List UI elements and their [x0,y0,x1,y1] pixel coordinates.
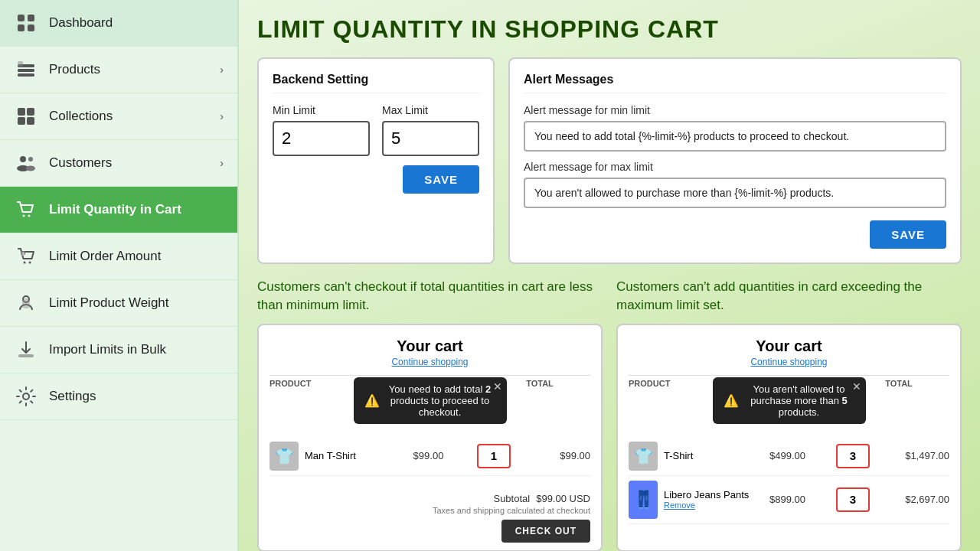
backend-card-title: Backend Setting [273,73,479,93]
svg-rect-11 [27,117,34,125]
demo-left-tax-text: Taxes and shipping calculated at checkou… [433,506,590,515]
alert-messages-card: Alert Messages Alert message for min lim… [508,57,962,264]
demo-right-price-2: $899.00 [756,494,818,505]
svg-rect-1 [28,15,34,21]
svg-rect-9 [27,108,34,116]
svg-rect-8 [18,108,25,116]
sidebar: Dashboard Products › Collections › [0,0,239,551]
demo-right-product-cell-2: 👖 Libero Jeans Pants Remove [629,481,753,519]
demo-right-product-name-1: T-Shirt [664,450,693,461]
order-icon: $ [14,244,38,269]
demo-left-tax-row: Taxes and shipping calculated at checkou… [270,506,590,520]
demo-right-alert-text: You aren't allowed to purchase more than… [743,383,855,418]
collections-icon [14,104,38,129]
demo-left-subtotal-value: $99.00 USD [536,493,590,504]
demo-right-product-info-2: Libero Jeans Pants Remove [664,489,749,510]
max-alert-label: Alert message for max limit [524,161,946,173]
customers-icon [14,151,38,175]
demo-left-alert-text: You need to add total 2 products to proc… [384,383,496,418]
max-limit-label: Max Limit [382,104,479,116]
demo-left-continue[interactable]: Continue shopping [270,357,590,367]
demo-right-price-1: $499.00 [756,450,818,461]
backend-setting-card: Backend Setting Min Limit Max Limit SAVE [257,57,495,264]
svg-rect-10 [18,117,25,125]
min-alert-input[interactable] [524,121,946,152]
svg-rect-3 [28,24,34,31]
demo-left-col-total: TOTAL [526,379,590,388]
sidebar-label-collections: Collections [49,109,209,124]
svg-point-16 [23,215,25,217]
chevron-right-icon-2: › [220,110,224,122]
sidebar-item-import-limits-bulk[interactable]: Import Limits in Bulk [0,327,237,373]
demo-right-card: Your cart Continue shopping PRODUCT PRIC… [616,324,962,551]
min-limit-input[interactable] [273,121,370,156]
alert-save-button[interactable]: SAVE [870,220,946,249]
demo-left-price: $99.00 [397,450,459,461]
import-icon [14,337,38,362]
sidebar-label-customers: Customers [49,155,209,171]
svg-rect-24 [18,354,34,357]
demo-right-total-2: $2,697.00 [887,494,949,505]
demo-right-remove-link[interactable]: Remove [664,500,749,510]
demo-previews-row: Your cart Continue shopping PRODUCT PRIC… [257,324,962,551]
sidebar-item-products[interactable]: Products › [0,47,237,93]
products-icon [14,57,38,82]
demo-left-subtotal-row: Subtotal $99.00 USD [270,488,590,506]
demo-left-subtotal-section: Subtotal $99.00 USD Taxes and shipping c… [270,488,590,520]
demo-left-subtotal-label: Subtotal [493,493,530,504]
demo-right-product-row-2: 👖 Libero Jeans Pants Remove $899.00 3 $2… [629,476,949,524]
dashboard-icon [14,11,38,35]
demo-left-total: $99.00 [528,450,590,461]
demo-right-product-cell-1: 👕 T-Shirt [629,442,753,471]
desc-right: Customers can't add quantities in card e… [616,278,962,315]
sidebar-item-settings[interactable]: Settings [0,373,237,420]
sidebar-label-limit-quantity-cart: Limit Quantity in Cart [49,202,224,217]
svg-point-25 [23,393,29,399]
sidebar-label-limit-order-amount: Limit Order Amount [49,249,224,264]
chevron-right-icon: › [220,64,224,76]
sidebar-item-limit-order-amount[interactable]: $ Limit Order Amount [0,233,237,280]
demo-left-alert-close[interactable]: ✕ [493,380,502,393]
sidebar-item-customers[interactable]: Customers › [0,140,237,187]
demo-right-alert: ⚠️ You aren't allowed to purchase more t… [713,377,866,424]
svg-point-13 [28,157,33,161]
sidebar-item-collections[interactable]: Collections › [0,93,237,140]
demo-left-card: Your cart Continue shopping PRODUCT PRIC… [257,324,603,551]
svg-rect-7 [18,61,23,67]
svg-point-18 [24,262,26,264]
demo-right-cart-title: Your cart [629,337,949,355]
svg-rect-23 [22,298,30,308]
sidebar-item-dashboard[interactable]: Dashboard [0,0,237,47]
max-limit-input[interactable] [382,121,479,156]
max-alert-input[interactable] [524,178,946,208]
demo-left-checkout-button[interactable]: CHECK OUT [501,520,590,543]
page-title: LIMIT QUANTITY IN SHOPPING CART [257,15,962,44]
demo-left-alert: ⚠️ You need to add total 2 products to p… [354,377,507,424]
weight-icon [14,291,38,315]
demo-left-product-row: 👕 Man T-Shirt $99.00 1 $99.00 [270,437,590,476]
svg-rect-0 [18,15,24,21]
demo-right-qty-1: 3 [836,444,870,468]
backend-save-button[interactable]: SAVE [403,165,479,194]
demo-right-product-name-2: Libero Jeans Pants [664,489,749,500]
demo-right-total-1: $1,497.00 [887,450,949,461]
warning-icon-right: ⚠️ [724,393,739,408]
demo-right-product-row-1: 👕 T-Shirt $499.00 3 $1,497.00 [629,437,949,476]
svg-point-19 [29,262,31,264]
demo-right-continue[interactable]: Continue shopping [629,357,949,367]
tshirt-icon-right: 👕 [629,442,658,471]
warning-icon-left: ⚠️ [364,393,380,408]
demo-right-alert-close[interactable]: ✕ [852,380,861,393]
min-limit-label: Min Limit [273,104,370,116]
svg-point-15 [26,166,35,171]
demo-left-cart-title: Your cart [270,337,590,355]
svg-point-17 [28,215,31,217]
sidebar-item-limit-quantity-cart[interactable]: Limit Quantity in Cart [0,187,237,233]
min-alert-label: Alert message for min limit [524,104,946,116]
demo-right-col-total: TOTAL [885,379,949,388]
demo-left-product-cell: 👕 Man T-Shirt [270,442,394,471]
demo-left-product-name: Man T-Shirt [305,450,356,461]
min-limit-col: Min Limit [273,104,370,156]
svg-rect-2 [18,24,24,31]
sidebar-item-limit-product-weight[interactable]: Limit Product Weight [0,280,237,327]
